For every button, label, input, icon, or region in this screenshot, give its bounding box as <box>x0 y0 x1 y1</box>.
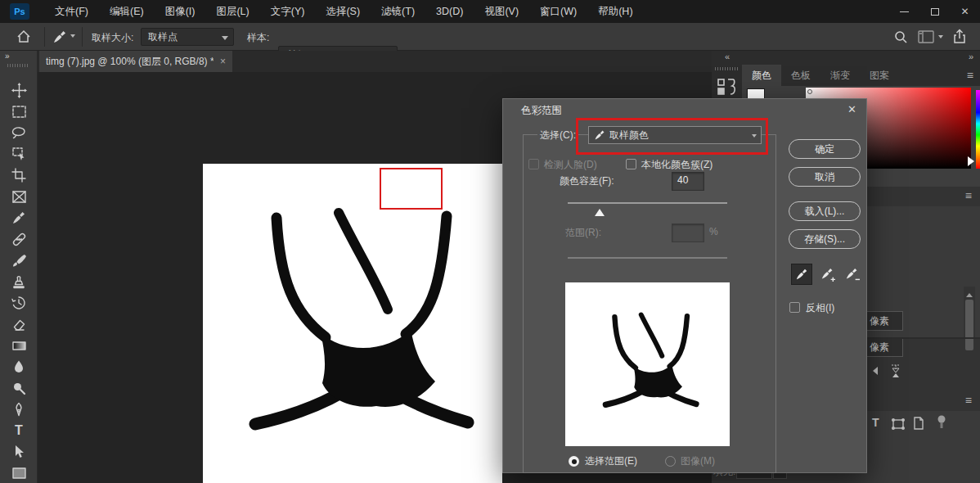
panel-menu-icon[interactable]: ≡ <box>965 189 972 202</box>
invert-label: 反相(I) <box>806 301 834 315</box>
tab-gradients[interactable]: 渐变 <box>820 65 860 86</box>
preview-glyph <box>583 294 711 430</box>
clone-stamp-tool[interactable] <box>7 272 31 291</box>
rectangular-marquee-tool[interactable] <box>7 102 31 121</box>
object-selection-tool[interactable] <box>7 144 31 164</box>
sample-size-dropdown[interactable]: 取样点 <box>141 28 234 46</box>
localized-clusters-label: 本地化颜色簇(Z) <box>641 158 713 172</box>
move-tool[interactable] <box>7 80 31 100</box>
share-icon[interactable] <box>952 29 967 47</box>
add-sample-eyedropper-button[interactable] <box>820 267 835 286</box>
eraser-tool[interactable] <box>7 314 31 334</box>
filter-type-icon[interactable]: T <box>872 416 879 429</box>
minimize-button[interactable] <box>889 0 919 23</box>
menu-type[interactable]: 文字(Y) <box>260 0 316 23</box>
eyedropper-icon <box>795 268 808 281</box>
history-brush-tool[interactable] <box>7 293 31 313</box>
panel-menu-icon[interactable]: ≡ <box>967 69 973 82</box>
subtract-sample-eyedropper-button[interactable] <box>845 267 860 286</box>
load-button[interactable]: 载入(L)... <box>789 201 861 221</box>
menu-image[interactable]: 图像(I) <box>155 0 206 23</box>
menu-filter[interactable]: 滤镜(T) <box>371 0 425 23</box>
crop-tool[interactable] <box>7 165 31 185</box>
menu-view[interactable]: 视图(V) <box>474 0 529 23</box>
sample-size-value: 取样点 <box>148 30 178 44</box>
menu-window[interactable]: 窗口(W) <box>529 0 587 23</box>
canvas[interactable] <box>203 164 502 483</box>
annotation-rectangle-canvas <box>380 168 443 210</box>
menu-help[interactable]: 帮助(H) <box>587 0 643 23</box>
home-icon[interactable] <box>16 29 31 47</box>
close-button[interactable]: ✕ <box>950 0 980 23</box>
preview-image-label: 图像(M) <box>681 454 715 468</box>
menu-items: 文件(F) 编辑(E) 图像(I) 图层(L) 文字(Y) 选择(S) 滤镜(T… <box>44 0 644 23</box>
spot-healing-brush-tool[interactable] <box>7 229 31 249</box>
dodge-tool[interactable] <box>7 378 31 398</box>
rectangle-tool[interactable] <box>7 463 31 483</box>
hue-slider-pointer[interactable] <box>968 156 979 166</box>
filter-smart-object-icon[interactable] <box>913 417 924 432</box>
save-button[interactable]: 存储(S)... <box>789 229 861 249</box>
gradient-tool[interactable] <box>7 336 31 355</box>
expand-panels-icon[interactable]: » <box>969 52 973 61</box>
chevron-down-icon <box>222 36 228 43</box>
fuzziness-label: 颜色容差(F): <box>560 174 614 188</box>
ok-button[interactable]: 确定 <box>789 139 861 159</box>
dialog-close-icon[interactable]: ✕ <box>847 103 856 115</box>
menu-layer[interactable]: 图层(L) <box>205 0 259 23</box>
invert-checkbox[interactable] <box>789 302 800 313</box>
eyedropper-tool[interactable] <box>7 208 31 228</box>
lasso-tool[interactable] <box>7 123 31 142</box>
search-icon[interactable] <box>893 29 908 47</box>
eyedropper-tool-icon[interactable] <box>52 29 67 47</box>
panel-menu-icon[interactable]: ≡ <box>965 394 972 407</box>
tab-color[interactable]: 颜色 <box>742 65 781 86</box>
sample-eyedropper-button[interactable] <box>791 264 812 285</box>
scroll-up-icon[interactable] <box>966 290 973 297</box>
brush-tool[interactable] <box>7 251 31 270</box>
fuzziness-input[interactable]: 40 <box>672 172 704 191</box>
preview-image-radio[interactable] <box>665 456 676 467</box>
localized-clusters-checkbox[interactable] <box>626 159 636 169</box>
workspace-icon[interactable] <box>918 30 934 46</box>
filter-pin-icon[interactable] <box>936 415 947 432</box>
dialog-title: 色彩范围 <box>521 104 562 118</box>
tool-preset-chevron-icon[interactable] <box>70 34 75 40</box>
minimize-icon <box>900 11 909 12</box>
fuzziness-slider-thumb[interactable] <box>595 204 605 216</box>
path-selection-tool[interactable] <box>7 442 31 462</box>
cancel-button[interactable]: 取消 <box>789 167 861 187</box>
tab-swatches[interactable]: 色板 <box>781 65 820 86</box>
maximize-button[interactable] <box>919 0 950 23</box>
collapse-toolbar-icon[interactable]: » <box>5 52 10 61</box>
collapse-panels-icon[interactable]: « <box>725 52 730 61</box>
type-tool[interactable]: T <box>7 421 31 440</box>
menu-file[interactable]: 文件(F) <box>44 0 99 23</box>
tab-patterns[interactable]: 图案 <box>860 65 899 86</box>
detect-faces-checkbox[interactable] <box>528 159 539 169</box>
menu-3d[interactable]: 3D(D) <box>425 0 474 23</box>
annotation-rectangle-dropdown <box>576 118 768 155</box>
select-label: 选择(C): <box>537 129 578 142</box>
workspace-chevron-icon[interactable] <box>938 35 943 41</box>
dock-header: « » <box>712 51 980 65</box>
blur-tool[interactable] <box>7 357 31 377</box>
fuzziness-slider-track[interactable] <box>568 202 727 204</box>
options-bar: 取样大小: 取样点 样本: 所有图层 <box>0 23 980 51</box>
document-tab-close-icon[interactable]: × <box>220 56 226 67</box>
separator <box>82 27 83 47</box>
filter-shape-icon[interactable] <box>892 418 905 432</box>
preview-selection-label: 选择范围(E) <box>585 454 637 468</box>
collapse-section-icon[interactable] <box>869 367 878 375</box>
menu-edit[interactable]: 编辑(E) <box>99 0 155 23</box>
menu-select[interactable]: 选择(S) <box>315 0 371 23</box>
toolbar-grip[interactable] <box>7 64 29 67</box>
preview-selection-radio[interactable] <box>569 456 579 467</box>
link-dimensions-icon[interactable] <box>887 363 905 382</box>
frame-tool[interactable] <box>7 187 31 206</box>
document-tab[interactable]: timg (7).jpg @ 100% (图层 0, RGB/8) * × <box>39 51 232 72</box>
pen-tool[interactable] <box>7 399 31 419</box>
detect-faces-label: 检测人脸(D) <box>544 158 597 172</box>
color-range-dialog: 色彩范围 ✕ 选择(C): 取样颜色 检测人脸(D) 本地化颜色簇(Z) 颜色容… <box>502 98 867 473</box>
scrollbar-thumb[interactable] <box>965 300 973 350</box>
